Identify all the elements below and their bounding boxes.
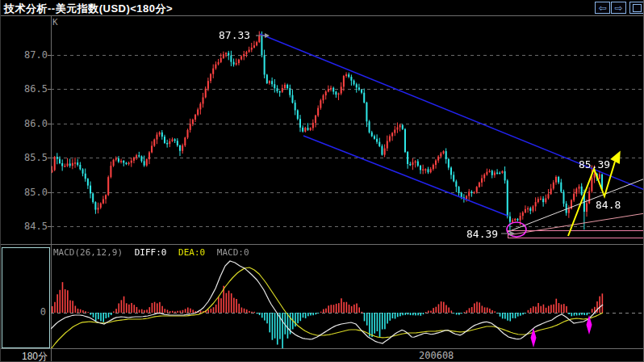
annotation-trough-price: 84.39 — [466, 228, 498, 240]
y-axis-tick-87.0: 87.0 — [19, 49, 48, 61]
status-bar: 180分 200608 — [1, 349, 643, 362]
arrow-left-icon: ⇦ — [598, 3, 606, 13]
window-title: 技术分析--美元指数(USD)<180分> — [4, 2, 173, 16]
annotation-peak-price: 87.33 — [219, 29, 250, 41]
technical-analysis-window: 技术分析--美元指数(USD)<180分> ⇦ ⇨ K 87.0 86.5 86… — [0, 0, 644, 362]
forward-button[interactable]: ⇨ — [611, 2, 626, 14]
indicator-selector-box[interactable] — [2, 247, 50, 348]
period-label[interactable]: 180分 — [1, 350, 48, 362]
annotation-swing-high: 85.39 — [579, 158, 610, 170]
maximize-button[interactable] — [629, 2, 644, 14]
x-axis-date-label: 200608 — [419, 350, 454, 361]
y-axis-tick-85.5: 85.5 — [19, 152, 48, 163]
title-bar: 技术分析--美元指数(USD)<180分> ⇦ ⇨ — [1, 0, 643, 15]
arrow-right-icon: ⇨ — [614, 3, 622, 13]
maximize-icon — [633, 4, 642, 12]
y-axis-tick-84.5: 84.5 — [19, 221, 48, 232]
y-axis-tick-86.5: 86.5 — [19, 83, 48, 95]
macd-plot-canvas[interactable] — [51, 245, 643, 349]
kline-plot-canvas[interactable] — [51, 16, 643, 245]
y-axis-tick-85.0: 85.0 — [19, 187, 48, 198]
bottombar-cell-divider — [51, 349, 52, 362]
y-axis-tick-86.0: 86.0 — [19, 118, 48, 129]
back-button[interactable]: ⇦ — [595, 2, 610, 14]
macd-zero-label: 0 — [30, 306, 46, 318]
annotation-swing-low: 84.8 — [596, 199, 621, 211]
